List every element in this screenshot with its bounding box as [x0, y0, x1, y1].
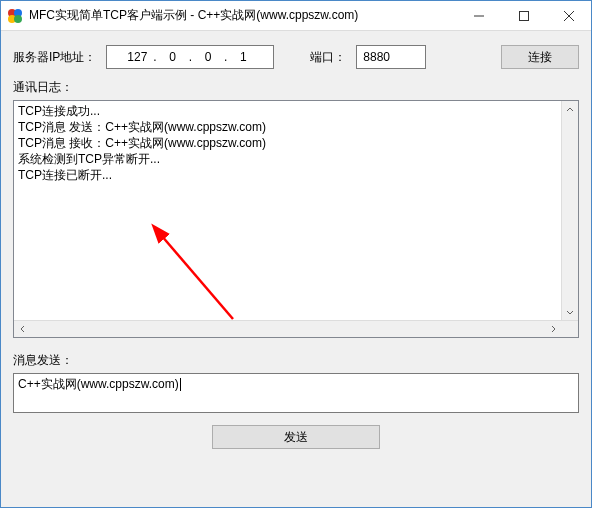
- ip-octet-4[interactable]: 1: [229, 50, 257, 64]
- window: MFC实现简单TCP客户端示例 - C++实战网(www.cppszw.com)…: [0, 0, 592, 508]
- ip-octet-1[interactable]: 127: [123, 50, 151, 64]
- log-label: 通讯日志：: [13, 79, 579, 96]
- port-input[interactable]: 8880: [356, 45, 426, 69]
- ip-octet-3[interactable]: 0: [194, 50, 222, 64]
- log-line: TCP消息 接收：C++实战网(www.cppszw.com): [18, 135, 557, 151]
- log-box: TCP连接成功...TCP消息 发送：C++实战网(www.cppszw.com…: [13, 100, 579, 338]
- close-button[interactable]: [546, 1, 591, 30]
- titlebar[interactable]: MFC实现简单TCP客户端示例 - C++实战网(www.cppszw.com): [1, 1, 591, 31]
- scroll-track-v[interactable]: [562, 118, 578, 303]
- ip-octet-2[interactable]: 0: [159, 50, 187, 64]
- horizontal-scrollbar[interactable]: [14, 320, 578, 337]
- maximize-button[interactable]: [501, 1, 546, 30]
- scroll-left-button[interactable]: [14, 321, 31, 337]
- connect-button[interactable]: 连接: [501, 45, 579, 69]
- client-area: 服务器IP地址： 127 . 0 . 0 . 1 端口： 8880 连接 通讯日…: [1, 31, 591, 507]
- app-icon: [7, 8, 23, 24]
- window-title: MFC实现简单TCP客户端示例 - C++实战网(www.cppszw.com): [29, 7, 456, 24]
- scroll-up-button[interactable]: [562, 101, 578, 118]
- log-line: TCP连接成功...: [18, 103, 557, 119]
- scroll-track-h[interactable]: [31, 321, 544, 337]
- server-ip-input[interactable]: 127 . 0 . 0 . 1: [106, 45, 274, 69]
- vertical-scrollbar[interactable]: [561, 101, 578, 320]
- scroll-right-button[interactable]: [544, 321, 561, 337]
- svg-point-3: [14, 15, 22, 23]
- server-row: 服务器IP地址： 127 . 0 . 0 . 1 端口： 8880 连接: [13, 45, 579, 69]
- server-ip-label: 服务器IP地址：: [13, 49, 96, 66]
- minimize-button[interactable]: [456, 1, 501, 30]
- scroll-down-button[interactable]: [562, 303, 578, 320]
- window-controls: [456, 1, 591, 30]
- scroll-corner: [561, 321, 578, 337]
- log-line: TCP连接已断开...: [18, 167, 557, 183]
- log-group: 通讯日志： TCP连接成功...TCP消息 发送：C++实战网(www.cpps…: [13, 79, 579, 338]
- send-button[interactable]: 发送: [212, 425, 380, 449]
- svg-rect-4: [519, 11, 528, 20]
- port-label: 端口：: [310, 49, 346, 66]
- log-textarea[interactable]: TCP连接成功...TCP消息 发送：C++实战网(www.cppszw.com…: [14, 101, 561, 320]
- log-line: 系统检测到TCP异常断开...: [18, 151, 557, 167]
- message-group: 消息发送： C++实战网(www.cppszw.com) 发送: [13, 352, 579, 449]
- message-label: 消息发送：: [13, 352, 579, 369]
- message-input[interactable]: C++实战网(www.cppszw.com): [13, 373, 579, 413]
- log-line: TCP消息 发送：C++实战网(www.cppszw.com): [18, 119, 557, 135]
